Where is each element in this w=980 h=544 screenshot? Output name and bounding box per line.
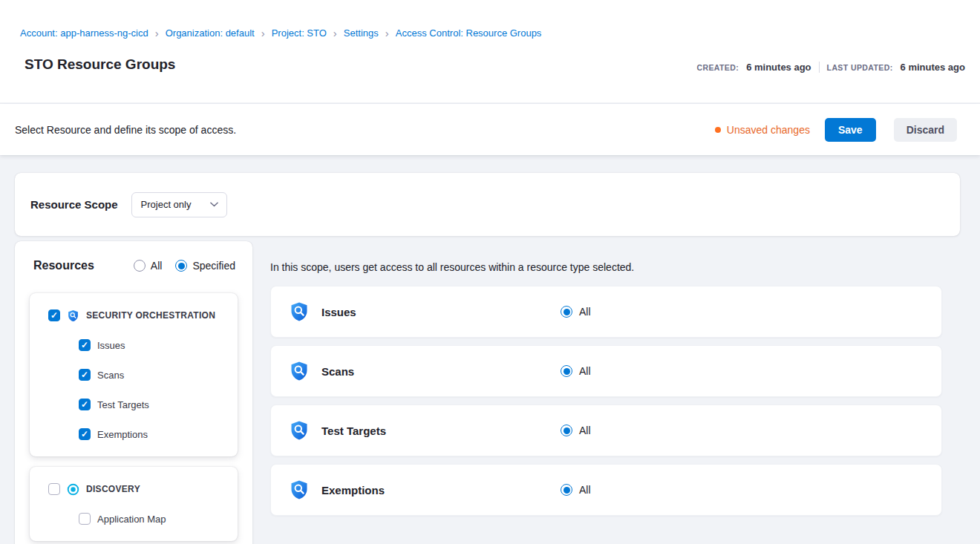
- group-name: SECURITY ORCHESTRATION: [86, 310, 215, 321]
- resource-group-security-orchestration: SECURITY ORCHESTRATION Issues Scans Test…: [30, 293, 238, 456]
- group-header-row[interactable]: DISCOVERY: [30, 474, 238, 504]
- sto-shield-icon: [289, 420, 310, 441]
- content-row: Resources All Specified: [15, 241, 960, 544]
- group-header-row[interactable]: SECURITY ORCHESTRATION: [30, 301, 238, 330]
- access-radio-all[interactable]: All: [561, 484, 591, 496]
- access-all-label: All: [579, 365, 591, 377]
- breadcrumb-resource-groups-link[interactable]: Access Control: Resource Groups: [396, 27, 542, 39]
- breadcrumb-settings-link[interactable]: Settings: [344, 27, 379, 39]
- resource-checkbox-row-scans[interactable]: Scans: [30, 360, 238, 390]
- test-targets-checkbox-label: Test Targets: [97, 399, 149, 410]
- resource-row-label: Issues: [321, 306, 561, 318]
- scans-checkbox-label: Scans: [97, 370, 124, 381]
- page-header: Account: app-harness-ng-cicd Organizatio…: [0, 0, 980, 102]
- breadcrumb-organization-link[interactable]: Organization: default: [166, 27, 255, 39]
- sto-shield-icon: [289, 479, 310, 500]
- scope-detail-description: In this scope, users get access to all r…: [270, 261, 942, 274]
- issues-checkbox-label: Issues: [97, 340, 125, 351]
- resources-filter-radios: All Specified: [134, 260, 235, 272]
- resource-scope-select[interactable]: Project only: [131, 192, 227, 217]
- radio-all-icon[interactable]: [134, 260, 146, 272]
- resource-checkbox-row-issues[interactable]: Issues: [30, 330, 238, 360]
- toolbar-actions: Unsaved changes Save Discard: [715, 118, 957, 142]
- last-updated-label: LAST UPDATED:: [827, 63, 893, 72]
- resource-access-row-exemptions: Exemptions All: [270, 464, 942, 516]
- resource-scope-label: Resource Scope: [30, 198, 118, 211]
- resource-scope-card: Resource Scope Project only: [15, 173, 960, 236]
- group-name: DISCOVERY: [86, 484, 140, 494]
- radio-all-icon[interactable]: [561, 306, 572, 318]
- resource-checkbox-row-test-targets[interactable]: Test Targets: [30, 390, 238, 419]
- radio-option-specified[interactable]: Specified: [175, 260, 235, 272]
- breadcrumb-account-link[interactable]: Account: app-harness-ng-cicd: [20, 27, 148, 39]
- access-radio-all[interactable]: All: [561, 365, 591, 377]
- access-all-label: All: [579, 484, 591, 496]
- exemptions-checkbox-label: Exemptions: [97, 429, 148, 440]
- discovery-group-checkbox[interactable]: [48, 483, 60, 495]
- header-meta: CREATED: 6 minutes ago LAST UPDATED: 6 m…: [696, 62, 965, 73]
- resource-row-label: Scans: [321, 365, 561, 378]
- resources-title: Resources: [33, 259, 94, 272]
- toolbar-description: Select Resource and define its scope of …: [15, 124, 236, 136]
- meta-divider: [819, 62, 820, 73]
- breadcrumb-chevron-icon: [155, 27, 159, 39]
- issues-checkbox[interactable]: [79, 339, 91, 351]
- sto-shield-icon: [289, 361, 310, 381]
- access-radio-all[interactable]: All: [561, 425, 591, 436]
- scans-checkbox[interactable]: [79, 369, 91, 381]
- breadcrumb-project-link[interactable]: Project: STO: [272, 27, 327, 39]
- sto-shield-icon: [67, 309, 79, 322]
- exemptions-checkbox[interactable]: [79, 428, 91, 440]
- created-label: CREATED:: [696, 63, 739, 72]
- application-map-checkbox[interactable]: [79, 513, 91, 525]
- breadcrumb-chevron-icon: [385, 27, 389, 39]
- resource-groups-page: Account: app-harness-ng-cicd Organizatio…: [0, 0, 980, 544]
- group-checkbox[interactable]: [48, 309, 60, 321]
- test-targets-checkbox[interactable]: [79, 399, 91, 410]
- resource-scope-selected-value: Project only: [141, 199, 192, 210]
- radio-option-all[interactable]: All: [134, 260, 163, 272]
- unsaved-changes-status: Unsaved changes: [715, 124, 810, 136]
- created-value: 6 minutes ago: [746, 62, 811, 73]
- resource-access-row-scans: Scans All: [270, 345, 942, 397]
- page-title: STO Resource Groups: [24, 56, 175, 73]
- resource-access-row-test-targets: Test Targets All: [270, 404, 942, 456]
- application-map-checkbox-label: Application Map: [97, 514, 166, 525]
- resource-access-row-issues: Issues All: [270, 286, 942, 338]
- resource-row-label: Test Targets: [321, 425, 561, 437]
- resources-panel-header: Resources All Specified: [30, 259, 238, 272]
- sto-shield-icon: [289, 301, 310, 322]
- resources-panel: Resources All Specified: [15, 241, 252, 544]
- radio-specified-label: Specified: [192, 260, 235, 272]
- discard-button[interactable]: Discard: [894, 118, 957, 142]
- breadcrumb: Account: app-harness-ng-cicd Organizatio…: [20, 27, 541, 39]
- last-updated-value: 6 minutes ago: [901, 62, 965, 73]
- radio-specified-icon[interactable]: [175, 260, 187, 272]
- radio-all-icon[interactable]: [561, 425, 572, 436]
- access-all-label: All: [579, 306, 591, 318]
- breadcrumb-chevron-icon: [333, 27, 337, 39]
- save-button[interactable]: Save: [825, 118, 876, 142]
- scope-detail: In this scope, users get access to all r…: [270, 241, 960, 523]
- breadcrumb-chevron-icon: [261, 27, 265, 39]
- main-content: Resource Scope Project only Resources Al…: [0, 155, 980, 544]
- radio-all-icon[interactable]: [561, 365, 572, 377]
- resource-row-label: Exemptions: [321, 484, 561, 497]
- radio-all-icon[interactable]: [561, 484, 572, 496]
- resource-checkbox-row-exemptions[interactable]: Exemptions: [30, 419, 238, 449]
- chevron-down-icon: [210, 202, 218, 207]
- radio-all-label: All: [151, 260, 163, 272]
- resource-access-list: Issues All Scans: [270, 286, 942, 516]
- unsaved-changes-label: Unsaved changes: [727, 124, 810, 136]
- access-all-label: All: [579, 425, 591, 436]
- unsaved-dot-icon: [715, 127, 721, 133]
- access-radio-all[interactable]: All: [561, 306, 591, 318]
- discovery-icon: [67, 483, 79, 496]
- actions-toolbar: Select Resource and define its scope of …: [0, 104, 980, 155]
- resource-group-discovery: DISCOVERY Application Map: [30, 467, 238, 541]
- resource-checkbox-row-application-map[interactable]: Application Map: [30, 504, 238, 534]
